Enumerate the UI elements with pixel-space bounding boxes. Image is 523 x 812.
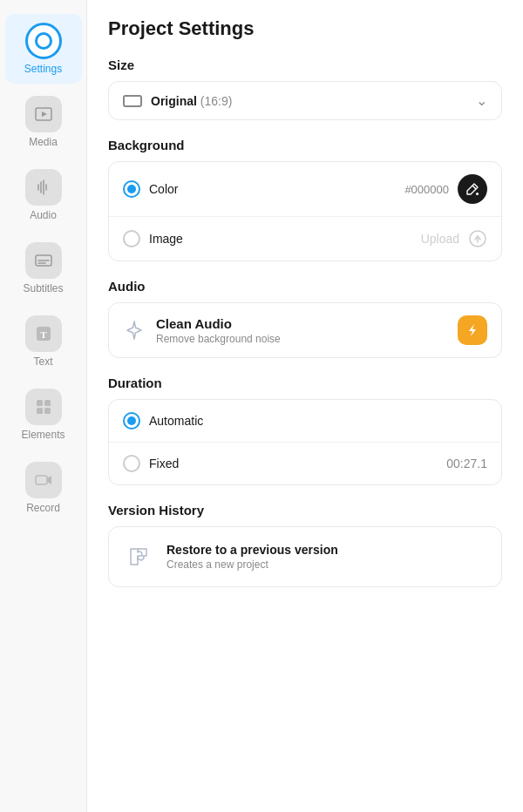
- clean-audio-row: Clean Audio Remove background noise: [109, 303, 501, 357]
- color-value-display: #000000: [404, 183, 449, 196]
- duration-section-title: Duration: [108, 376, 502, 390]
- aspect-ratio-icon: [123, 95, 142, 107]
- duration-automatic-label: Automatic: [149, 414, 487, 428]
- clean-audio-subtitle: Remove background noise: [156, 333, 447, 345]
- upload-label: Upload: [304, 232, 459, 246]
- upload-arrow-icon: [468, 229, 487, 248]
- color-picker-button[interactable]: [458, 174, 487, 204]
- svg-rect-10: [44, 408, 51, 414]
- svg-rect-9: [37, 408, 43, 414]
- sidebar-item-record[interactable]: Record: [5, 453, 82, 523]
- sidebar-item-subtitles-label: Subtitles: [23, 282, 63, 294]
- version-history-section-title: Version History: [108, 503, 502, 518]
- sidebar-item-elements-label: Elements: [21, 429, 65, 441]
- background-color-row: Color #000000: [109, 162, 501, 217]
- sidebar-item-subtitles[interactable]: Subtitles: [5, 233, 82, 303]
- background-image-label: Image: [149, 232, 304, 246]
- background-image-radio[interactable]: [123, 230, 140, 247]
- audio-icon-wrap: [25, 169, 62, 206]
- size-section-title: Size: [108, 58, 502, 72]
- radio-inner-dot-auto: [127, 416, 136, 425]
- svg-marker-16: [469, 324, 476, 336]
- background-color-label: Color: [149, 182, 404, 196]
- duration-card: Automatic Fixed 00:27.1: [108, 399, 502, 485]
- sparkle-icon: [123, 319, 146, 342]
- size-dropdown[interactable]: Original (16:9) ⌄: [109, 82, 501, 119]
- restore-subtitle: Creates a new project: [166, 558, 338, 571]
- record-icon-wrap: [25, 462, 62, 498]
- sidebar-item-text[interactable]: T Text: [5, 307, 82, 376]
- svg-rect-11: [36, 476, 47, 484]
- version-history-card: Restore to a previous version Creates a …: [108, 526, 502, 587]
- sidebar-item-text-label: Text: [33, 355, 52, 368]
- sidebar-item-audio-label: Audio: [30, 209, 57, 221]
- restore-text: Restore to a previous version Creates a …: [166, 543, 338, 571]
- sidebar-item-media[interactable]: Media: [5, 87, 82, 157]
- duration-automatic-row: Automatic: [109, 400, 501, 443]
- restore-icon-svg: [124, 542, 153, 572]
- sidebar-item-audio[interactable]: Audio: [5, 160, 82, 230]
- background-color-radio[interactable]: [123, 180, 140, 198]
- size-select-left: Original (16:9): [123, 94, 232, 108]
- text-icon-wrap: T: [25, 315, 62, 352]
- paint-bucket-icon: [465, 182, 479, 196]
- settings-icon: [25, 23, 62, 59]
- duration-fixed-radio[interactable]: [123, 455, 140, 472]
- svg-marker-1: [42, 112, 47, 117]
- subtitles-icon-wrap: [25, 242, 62, 279]
- clean-audio-button[interactable]: [458, 315, 487, 345]
- elements-icon-wrap: [25, 389, 62, 425]
- main-content: Project Settings Size Original (16:9) ⌄ …: [87, 0, 523, 812]
- background-section-title: Background: [108, 138, 502, 152]
- duration-automatic-radio[interactable]: [123, 412, 140, 430]
- restore-title: Restore to a previous version: [166, 543, 338, 557]
- puzzle-icon: [123, 541, 154, 572]
- chevron-down-icon: ⌄: [476, 92, 487, 109]
- sidebar-item-record-label: Record: [26, 502, 60, 514]
- svg-rect-7: [37, 400, 43, 406]
- media-icon: [34, 105, 53, 124]
- text-icon: T: [34, 324, 53, 343]
- sparkle-svg: [123, 319, 146, 342]
- subtitles-icon: [34, 251, 53, 270]
- elements-icon: [34, 397, 53, 416]
- sidebar: Settings Media Audio Subtitles: [0, 0, 87, 812]
- duration-fixed-row: Fixed 00:27.1: [109, 443, 501, 484]
- radio-inner-dot: [127, 185, 136, 193]
- duration-fixed-value: 00:27.1: [446, 457, 487, 470]
- clean-audio-title: Clean Audio: [156, 316, 447, 331]
- upload-icon[interactable]: [468, 229, 487, 248]
- record-icon: [34, 470, 53, 490]
- lightning-icon: [465, 323, 479, 337]
- media-icon-wrap: [25, 96, 62, 132]
- duration-fixed-label: Fixed: [149, 457, 446, 470]
- audio-card: Clean Audio Remove background noise: [108, 302, 502, 358]
- restore-row[interactable]: Restore to a previous version Creates a …: [109, 527, 501, 586]
- svg-point-13: [476, 193, 479, 195]
- size-card: Original (16:9) ⌄: [108, 81, 502, 120]
- svg-marker-12: [47, 476, 51, 484]
- sidebar-item-elements[interactable]: Elements: [5, 380, 82, 450]
- sidebar-item-media-label: Media: [29, 136, 58, 148]
- background-image-row: Image Upload: [109, 217, 501, 261]
- clean-audio-text: Clean Audio Remove background noise: [156, 316, 447, 345]
- background-card: Color #000000 Image Upload: [108, 161, 502, 261]
- page-title: Project Settings: [108, 17, 502, 40]
- size-selected-label: Original (16:9): [151, 94, 232, 108]
- sidebar-item-settings-label: Settings: [24, 63, 62, 75]
- sidebar-item-settings[interactable]: Settings: [5, 14, 82, 84]
- svg-text:T: T: [40, 329, 47, 340]
- audio-section-title: Audio: [108, 279, 502, 294]
- audio-icon: [34, 178, 53, 197]
- svg-rect-8: [44, 400, 51, 406]
